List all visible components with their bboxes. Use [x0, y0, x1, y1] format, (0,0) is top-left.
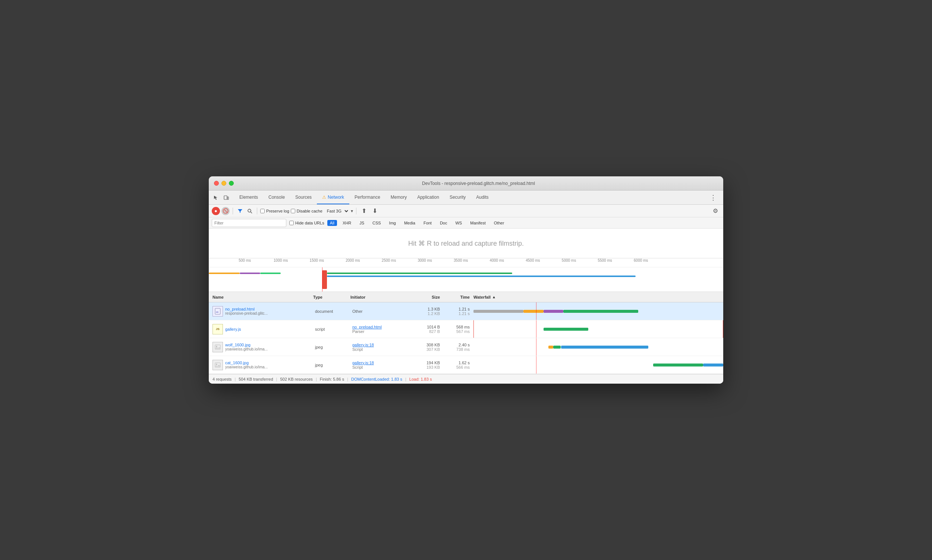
tab-audits[interactable]: Audits: [471, 191, 494, 204]
tab-performance[interactable]: Performance: [349, 191, 386, 204]
row-init-cell: gallery.js:18 Script: [351, 356, 410, 374]
wf-bar-small-green: [553, 346, 561, 349]
row-name-cell: wolf_1600.jpg yoavweiss.github.io/ima...: [209, 338, 313, 356]
filter-font-button[interactable]: Font: [421, 220, 434, 226]
tab-icons: [212, 194, 231, 202]
tab-sources[interactable]: Sources: [290, 191, 317, 204]
status-bar: 4 requests | 504 KB transferred | 502 KB…: [209, 374, 723, 384]
tab-memory[interactable]: Memory: [386, 191, 412, 204]
close-button[interactable]: [214, 181, 219, 186]
filter-js-button[interactable]: JS: [357, 220, 367, 226]
row-size-cell: 308 KB 307 KB: [410, 338, 444, 356]
preserve-log-checkbox[interactable]: [260, 209, 265, 213]
disable-cache-label[interactable]: Disable cache: [291, 209, 323, 213]
table-row[interactable]: JS gallery.js script no_preload.html Par…: [209, 320, 723, 338]
transferred-size: 504 KB transferred: [238, 377, 273, 382]
window-title: DevTools - responsive-preload.glitch.me/…: [239, 181, 718, 186]
tab-elements[interactable]: Elements: [234, 191, 263, 204]
filter-media-button[interactable]: Media: [401, 220, 418, 226]
load-time: Load: 1.83 s: [409, 377, 432, 382]
upload-icon[interactable]: ⬆: [359, 206, 369, 215]
row-time-cell: 1.62 s 566 ms: [444, 356, 474, 374]
toolbar-separator-2: [257, 208, 257, 214]
html-file-icon: </>: [212, 306, 223, 317]
filter-icon[interactable]: [236, 208, 244, 214]
tab-network[interactable]: ⚠ Network: [317, 191, 349, 204]
tick-6000: 6000 ms: [634, 258, 648, 263]
download-icon[interactable]: ⬇: [370, 206, 380, 215]
file-name-sub: responsive-preload.glitc...: [225, 311, 268, 315]
tick-5000: 5000 ms: [562, 258, 576, 263]
row-name-cell: </> no_preload.html responsive-preload.g…: [209, 302, 313, 320]
tick-3500: 3500 ms: [454, 258, 468, 263]
stop-button[interactable]: 🚫: [221, 207, 230, 215]
row-waterfall-cell: [474, 356, 723, 374]
filter-other-button[interactable]: Other: [491, 220, 507, 226]
row-type-cell: script: [313, 320, 351, 338]
header-waterfall[interactable]: Waterfall ▲: [474, 295, 723, 299]
filmstrip-hint: Hit ⌘ R to reload and capture filmstrip.: [408, 239, 524, 248]
disable-cache-checkbox[interactable]: [291, 209, 295, 213]
cursor-icon[interactable]: [212, 194, 220, 202]
tab-application[interactable]: Application: [412, 191, 444, 204]
device-icon[interactable]: [222, 194, 231, 202]
preserve-log-label[interactable]: Preserve log: [260, 209, 289, 213]
filter-doc-button[interactable]: Doc: [437, 220, 450, 226]
toolbar-separator-1: [233, 208, 233, 214]
wf-bar-small1: [548, 346, 553, 349]
maximize-button[interactable]: [229, 181, 234, 186]
more-tabs-button[interactable]: ⋮: [706, 194, 720, 202]
filter-css-button[interactable]: CSS: [370, 220, 384, 226]
settings-icon[interactable]: ⚙: [711, 206, 720, 215]
traffic-lights: [214, 181, 234, 186]
svg-rect-8: [215, 363, 220, 367]
hide-data-urls-checkbox[interactable]: [289, 221, 294, 225]
filter-img-button[interactable]: Img: [387, 220, 398, 226]
header-initiator[interactable]: Initiator: [351, 295, 410, 299]
throttle-arrow[interactable]: ▾: [351, 208, 353, 214]
timeline-area: 500 ms 1000 ms 1500 ms 2000 ms 2500 ms 3…: [209, 258, 723, 292]
table-row[interactable]: wolf_1600.jpg yoavweiss.github.io/ima...…: [209, 338, 723, 356]
minimize-button[interactable]: [221, 181, 226, 186]
tick-2000: 2000 ms: [346, 258, 360, 263]
tab-console[interactable]: Console: [263, 191, 290, 204]
hide-data-urls-label[interactable]: Hide data URLs: [289, 221, 325, 225]
row-waterfall-cell: [474, 302, 723, 320]
filter-manifest-button[interactable]: Manifest: [468, 220, 488, 226]
filter-ws-button[interactable]: WS: [452, 220, 464, 226]
row-waterfall-cell: [474, 320, 723, 338]
header-time[interactable]: Time: [444, 295, 474, 299]
svg-rect-1: [228, 197, 229, 200]
header-size[interactable]: Size: [410, 295, 444, 299]
row-time-cell: 2.40 s 738 ms: [444, 338, 474, 356]
tick-2500: 2500 ms: [382, 258, 396, 263]
devtools-tabs: Elements Console Sources ⚠ Network Perfo…: [234, 191, 706, 204]
file-name-sub: yoavweiss.github.io/ima...: [225, 365, 268, 369]
network-toolbar: ● 🚫 Preserve log Disable ca: [209, 205, 723, 217]
timeline-bar-green2: [327, 272, 512, 274]
tick-3000: 3000 ms: [418, 258, 432, 263]
header-type[interactable]: Type: [313, 295, 351, 299]
tick-4000: 4000 ms: [490, 258, 504, 263]
tick-1500: 1500 ms: [310, 258, 324, 263]
filter-all-button[interactable]: All: [327, 220, 337, 226]
waterfall-bars-row1: [474, 309, 723, 314]
waterfall-vertical-line: [536, 338, 537, 356]
img-file-icon: [212, 342, 223, 352]
filter-xhr-button[interactable]: XHR: [340, 220, 354, 226]
name-lines: gallery.js: [225, 327, 241, 331]
filter-input[interactable]: [212, 219, 286, 227]
table-body: </> no_preload.html responsive-preload.g…: [209, 302, 723, 374]
timeline-ruler: 500 ms 1000 ms 1500 ms 2000 ms 2500 ms 3…: [209, 258, 723, 267]
row-type-cell: jpeg: [313, 338, 351, 356]
tab-security[interactable]: Security: [444, 191, 471, 204]
throttle-select[interactable]: Fast 3G: [324, 208, 349, 214]
table-row[interactable]: cat_1600.jpg yoavweiss.github.io/ima... …: [209, 356, 723, 374]
row-waterfall-cell: [474, 338, 723, 356]
table-row[interactable]: </> no_preload.html responsive-preload.g…: [209, 302, 723, 320]
timeline-bars: [209, 267, 723, 292]
header-name[interactable]: Name: [209, 295, 313, 299]
record-button[interactable]: ●: [212, 207, 220, 215]
search-icon[interactable]: [246, 208, 254, 214]
toolbar-separator-3: [356, 208, 357, 214]
